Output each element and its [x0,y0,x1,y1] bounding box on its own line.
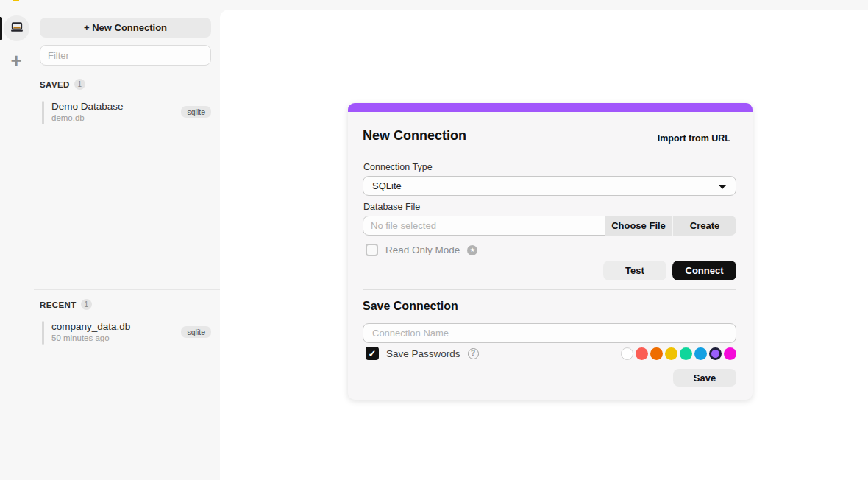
new-connection-button[interactable]: + New Connection [40,18,211,38]
saved-connection-item[interactable]: Demo Database demo.db sqlite [40,100,214,125]
connection-title: Demo Database [51,100,124,113]
laptop-icon [10,20,24,38]
color-swatch-white[interactable] [621,347,633,360]
read-only-label: Read Only Mode [385,244,460,255]
save-passwords-row: Save Passwords [366,347,479,360]
connection-type-select[interactable]: SQLite [363,176,736,196]
read-only-checkbox[interactable] [366,244,378,256]
color-swatch-yellow[interactable] [665,347,677,360]
active-tab-indicator [0,17,2,40]
connections-tab-button[interactable] [4,15,29,41]
connection-texts: Demo Database demo.db [51,100,124,124]
help-icon[interactable] [468,348,479,359]
pro-feature-star-icon [467,245,477,255]
saved-count-badge: 1 [74,79,85,90]
choose-file-button[interactable]: Choose File [605,216,672,236]
connection-name-input[interactable] [363,323,736,343]
color-swatch-orange[interactable] [650,347,663,360]
color-swatches [621,347,736,360]
connection-texts: company_data.db 50 minutes ago [51,320,130,344]
color-swatch-purple[interactable] [709,347,722,360]
connection-type-label: Connection Type [363,162,433,172]
card-divider [363,289,736,290]
save-passwords-label: Save Passwords [386,348,460,359]
card-title: New Connection [363,128,466,144]
database-file-label: Database File [363,202,420,212]
create-file-button[interactable]: Create [672,216,736,236]
connection-subtitle: 50 minutes ago [51,333,130,344]
save-passwords-checkbox[interactable] [366,347,379,360]
connect-button[interactable]: Connect [672,261,736,280]
app-window: + New Connection SAVED 1 Demo Database d… [0,0,868,480]
connection-subtitle: demo.db [51,113,124,124]
recent-count-badge: 1 [81,299,92,310]
color-swatch-blue[interactable] [694,347,707,360]
icon-rail [0,10,34,480]
connection-accent-bar [42,321,44,345]
read-only-row: Read Only Mode [366,244,477,256]
sidebar: + New Connection SAVED 1 Demo Database d… [34,10,220,480]
database-file-input[interactable] [363,216,605,236]
connection-type-value: SQLite [372,180,402,191]
color-swatch-red[interactable] [636,347,648,360]
new-connection-card: New Connection Import from URL Connectio… [348,103,753,400]
save-connection-title: Save Connection [363,300,458,313]
saved-section-header: SAVED 1 [40,79,85,90]
card-actions: Test Connect [603,261,736,280]
database-file-row: Choose File Create [363,216,736,236]
card-accent-bar [348,103,753,112]
filter-input[interactable] [40,45,211,66]
saved-section-label: SAVED [40,80,70,89]
recent-section-label: RECENT [40,300,77,309]
test-button[interactable]: Test [603,261,666,280]
connection-type-badge: sqlite [181,326,211,338]
sidebar-divider [34,289,220,290]
color-swatch-magenta[interactable] [724,347,736,360]
add-connection-icon[interactable] [7,51,26,70]
connection-title: company_data.db [51,320,130,333]
connection-accent-bar [42,101,44,124]
import-from-url-link[interactable]: Import from URL [658,133,730,144]
save-button[interactable]: Save [673,369,736,387]
logo-fragment [13,0,19,1]
recent-section-header: RECENT 1 [40,299,92,310]
color-swatch-green[interactable] [680,347,692,360]
recent-connection-item[interactable]: company_data.db 50 minutes ago sqlite [40,320,214,345]
connection-type-badge: sqlite [181,106,211,118]
chevron-down-icon [719,185,726,189]
